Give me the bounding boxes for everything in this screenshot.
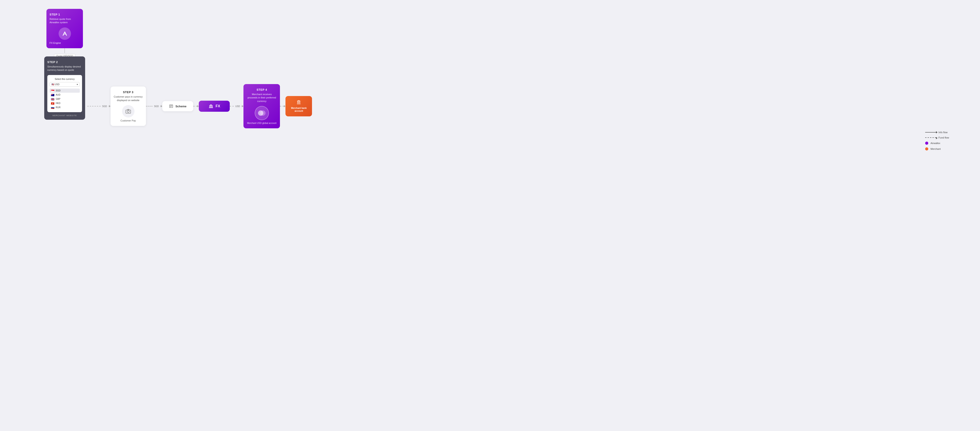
legend-info-flow: Info flow (925, 131, 949, 134)
legend-airwallex: Airwallex (925, 142, 949, 145)
step4-label: STEP 4 (247, 88, 277, 91)
dashed-line-1 (88, 106, 100, 107)
mastercard-icon (258, 109, 266, 118)
step1-icon-label: FX Engine (49, 42, 80, 44)
arrow-right-4 (242, 105, 243, 107)
airwallex-logo-icon (62, 30, 68, 37)
fx-engine-icon-circle (59, 27, 71, 40)
flag-aud: 🇦🇺 (51, 94, 54, 96)
currency-select-label: Select the currency (49, 78, 80, 80)
step3-box: STEP 3 Customer pays in currency display… (111, 86, 146, 126)
step2-section: STEP 2 Simultaneously display desired cu… (44, 56, 86, 120)
step4-description: Merchant receives proceeds in their pref… (247, 93, 277, 103)
legend: Info flow Fund flow Airwallex Merchant (925, 131, 949, 150)
flow-fx-to-step4: USD (230, 105, 243, 107)
flow-step4-to-merchant (280, 105, 285, 107)
svg-rect-10 (212, 106, 213, 107)
arrow-down-line-top (65, 48, 65, 53)
flow-label-sgd1: SGD (102, 105, 108, 107)
arrow-right-1 (109, 105, 111, 107)
currency-code-aud: AUD (56, 94, 60, 96)
scheme-icon (169, 104, 173, 108)
fund-flow-line (925, 137, 936, 138)
selected-currency: 🇺🇸 USD (51, 83, 59, 86)
scheme-label: Scheme (175, 105, 186, 108)
dashed-line-3 (193, 106, 197, 107)
merchant-label-legend: Merchant (931, 148, 941, 150)
flag-gbp: 🇬🇧 (51, 98, 54, 100)
merchant-bank-label: Merchant bank account (289, 107, 309, 112)
arrow-right-3 (197, 105, 199, 107)
currency-code-gbp: GBP (56, 98, 60, 100)
camera-icon (125, 108, 131, 114)
flow-label-usd: USD (235, 105, 240, 107)
svg-rect-16 (300, 102, 300, 103)
merchant-website-label: MERCHANT WEBSITE (47, 114, 82, 117)
dashed-line-4 (230, 106, 234, 107)
step1-label: STEP 1 (49, 13, 80, 16)
step2-inner: Select the currency 🇺🇸 USD ▾ 🇸🇬 SGD (47, 75, 82, 112)
currency-item-gbp[interactable]: 🇬🇧 GBP (49, 97, 80, 101)
legend-fund-flow: Fund flow (925, 136, 949, 139)
currency-code-hkd: HKD (56, 102, 60, 104)
flag-sgd: 🇸🇬 (51, 89, 54, 92)
currency-list: 🇸🇬 SGD 🇦🇺 AUD 🇬🇧 GBP 🇭🇰 (49, 88, 80, 110)
flag-hkd: 🇭🇰 (51, 102, 54, 104)
main-layout: STEP 1 Retrieve quote from Airwallex sys… (18, 9, 963, 164)
merchant-bank-box: Merchant bank account (285, 96, 312, 117)
mastercard-icon-circle (255, 106, 269, 120)
svg-point-12 (260, 110, 266, 116)
svg-rect-8 (210, 106, 211, 107)
step3-icon-label: Customer Pay (114, 119, 143, 122)
svg-rect-7 (209, 106, 210, 107)
flow-row: SGD STEP 3 Customer pays in currency dis… (88, 84, 312, 128)
legend-merchant: Merchant (925, 147, 949, 150)
step3-label: STEP 3 (114, 91, 143, 94)
step1-box: STEP 1 Retrieve quote from Airwallex sys… (46, 9, 83, 48)
step3-description: Customer pays in currency displayed on w… (114, 95, 143, 102)
currency-item-aud[interactable]: 🇦🇺 AUD (49, 93, 80, 97)
currency-item-rur[interactable]: 🇷🇺 RUR (49, 105, 80, 110)
flow-step2-to-step3: SGD (88, 105, 111, 107)
flow-label-sgd2: SGD (153, 105, 160, 107)
dashed-line-2 (146, 106, 153, 107)
arrow-right-2 (161, 105, 162, 107)
step2-box: STEP 2 Simultaneously display desired cu… (44, 56, 85, 120)
diagram-container: STEP 1 Retrieve quote from Airwallex sys… (0, 0, 980, 182)
fund-flow-label: Fund flow (939, 136, 949, 139)
merchant-bank-icon (296, 100, 301, 105)
dashed-line-5 (280, 106, 284, 107)
dropdown-chevron-icon: ▾ (77, 83, 78, 86)
currency-code-rur: RUR (56, 106, 60, 109)
currency-item-sgd[interactable]: 🇸🇬 SGD (49, 88, 80, 93)
step4-account-label: Merchant USD global account (247, 122, 277, 125)
svg-rect-17 (297, 104, 301, 104)
svg-rect-6 (209, 107, 213, 108)
fx-box: FX (199, 101, 230, 112)
currency-code-sgd: SGD (56, 89, 60, 92)
airwallex-label: Airwallex (931, 142, 940, 144)
flow-scheme-to-fx (193, 105, 199, 107)
step1-description: Retrieve quote from Airwallex system (49, 18, 80, 24)
flow-step3-to-scheme: SGD (146, 105, 162, 107)
currency-item-hkd[interactable]: 🇭🇰 HKD (49, 101, 80, 105)
bank-icon (208, 104, 213, 109)
fx-label: FX (216, 104, 220, 108)
scheme-box: Scheme (162, 101, 193, 111)
step2-label: STEP 2 (47, 61, 82, 64)
currency-dropdown[interactable]: 🇺🇸 USD ▾ (49, 82, 80, 87)
currency-selector[interactable]: 🇺🇸 USD ▾ (49, 82, 80, 87)
customer-pay-icon-circle (122, 105, 134, 118)
svg-rect-15 (299, 102, 299, 103)
flag-rur: 🇷🇺 (51, 106, 54, 109)
svg-point-1 (127, 110, 129, 112)
step4-box: STEP 4 Merchant receives proceeds in the… (243, 84, 280, 128)
step2-description: Simultaneously display desired currency … (47, 65, 82, 72)
svg-rect-14 (298, 102, 298, 103)
merchant-dot (925, 147, 928, 150)
airwallex-dot (925, 142, 928, 145)
info-flow-label: Info flow (939, 131, 948, 134)
svg-rect-9 (211, 106, 212, 107)
info-flow-line (925, 132, 936, 132)
arrow-right-5 (284, 105, 285, 107)
